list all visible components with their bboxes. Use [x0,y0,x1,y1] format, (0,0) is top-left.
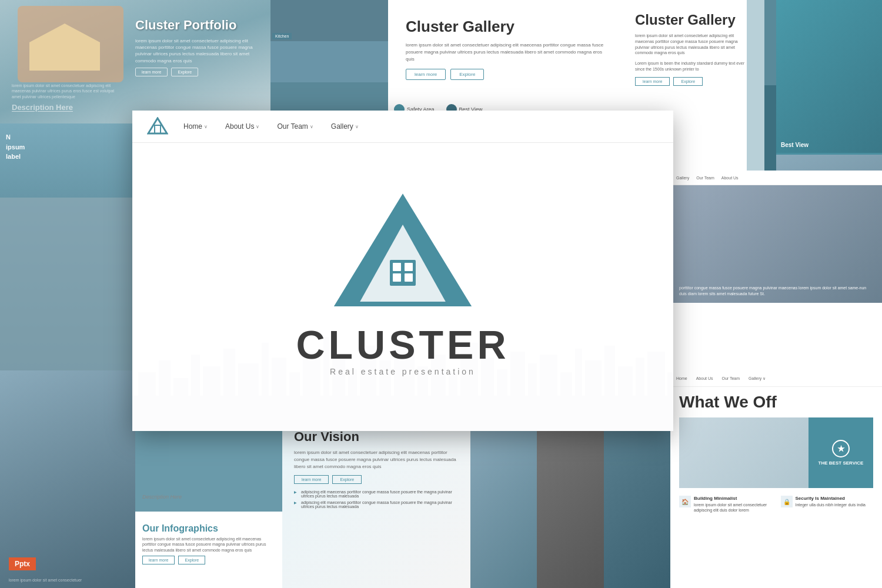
far-right-photo1: Best View [776,0,882,153]
feature-building-text: Building Minimalist lorem ipsum dolor si… [694,496,772,513]
gallery1-photo1-label: Kitchen [272,33,292,39]
main-presentation-card: Home ∨ About Us ∨ Our Team ∨ Gallery ∨ [132,111,673,431]
nav-about-label: About Us [225,122,254,131]
vision-explore-button[interactable]: Explore [332,475,362,484]
logo-icon [147,117,168,138]
security-icon: 🔒 [781,496,793,507]
gallery1-explore-button[interactable]: Explore [450,69,484,80]
feature-security: 🔒 Security Is Maintained Integer ulla du… [781,496,874,513]
slide-portfolio-title: Cluster Portfolio [135,18,259,33]
svg-rect-14 [173,378,188,431]
slide-right-mid: Gallery Our Team About Us porttitor cong… [670,171,882,370]
portfolio-learn-button[interactable]: learn more [135,68,168,76]
left-mid-label: Nipsumlabel [6,132,25,162]
svg-rect-37 [540,355,557,431]
portfolio-explore-button[interactable]: Explore [171,68,198,76]
svg-rect-29 [417,366,428,431]
svg-rect-9 [393,273,401,282]
svg-rect-40 [585,360,602,431]
slide-our-vision: Our Vision lorem ipsum dolor sit amet co… [282,417,470,588]
nav-logo [147,117,166,136]
gallery1-learn-button[interactable]: learn more [406,69,446,80]
vision-buttons: learn more Explore [294,475,459,484]
bottom-left-desc: lorem ipsum dolor sit amet consectetuer [9,578,82,582]
vision-list-item2: adipiscing elit maecenas porttitor congu… [294,500,459,509]
vision-list: adipiscing elit maecenas porttitor congu… [294,490,459,509]
feature-building-body: lorem ipsum dolor sit amet consectetuer … [694,502,772,513]
slide-portfolio: Cluster Portfolio lorem ipsum dolor sit … [0,0,270,123]
infographics-desc-label: Description Here [142,494,182,500]
right-mid-nav: Gallery Our Team About Us [670,171,882,185]
nav-bar: Home ∨ About Us ∨ Our Team ∨ Gallery ∨ [132,111,673,143]
what-we-offer-title: What We Off [670,387,882,415]
best-service-box: ★ THE BEST SERVICE [808,417,873,488]
pptx-badge: Pptx [9,557,36,570]
slide-gallery1-buttons: learn more Explore [406,69,606,80]
slide-left-mid: Nipsumlabel [0,123,135,370]
slide-portfolio-content: Cluster Portfolio lorem ipsum dolor sit … [135,18,259,76]
infographics-content-title: Our Infographics [142,523,275,534]
feature-security-title: Security Is Maintained [796,496,866,501]
vision-learn-button[interactable]: learn more [294,475,329,484]
rm-nav-about: About Us [721,176,739,180]
gallery2-explore-button[interactable]: Explore [673,77,703,86]
svg-rect-7 [393,263,401,271]
svg-rect-16 [203,366,220,431]
bottom-left-image: Pptx lorem ipsum dolor sit amet consecte… [0,370,135,588]
building-icon: 🏠 [679,496,691,507]
feature-security-body: Integer ulla duis nibh integer duis indi… [796,502,866,507]
bottom-photo3 [604,417,670,588]
slide-portfolio-buttons: learn more Explore [135,68,259,76]
slide-portfolio-desc-text: lorem ipsum dolor sit amet consectetuer … [12,83,118,100]
nav-home[interactable]: Home ∨ [183,122,208,131]
infographics-content: Our Infographics lorem ipsum dolor sit a… [135,517,282,570]
svg-rect-15 [191,355,200,431]
nav-about-chevron: ∨ [256,124,259,129]
vision-content: Our Vision lorem ipsum dolor sit amet co… [282,417,470,523]
main-logo-svg [326,192,479,322]
left-mid-image: Nipsumlabel [0,123,135,370]
slide-gallery1-title: Cluster Gallery [406,18,606,36]
gallery2-learn-button[interactable]: learn more [635,77,670,86]
svg-rect-8 [405,263,413,271]
main-content-area: CLUSTER Real estate presentation [132,143,673,431]
infographics-content-text: lorem ipsum dolor sit amet consectetuer … [142,536,275,553]
main-brand-subtitle: Real estate presentation [330,367,476,376]
vision-list-item1: adipiscing elit maecenas porttitor congu… [294,490,459,498]
feature-building: 🏠 Building Minimalist lorem ipsum dolor … [679,496,772,513]
nav-gallery[interactable]: Gallery ∨ [331,122,359,131]
svg-rect-18 [238,363,259,431]
main-brand-name: CLUSTER [296,325,509,365]
slide-gallery1-body: lorem ipsum dolor sit amet consectetuer … [406,42,606,63]
gallery2-extra-strip [747,0,764,171]
infographics-learn-button[interactable]: learn more [142,556,175,564]
team-text-overlay: porttitor congue massa fusce posuere mag… [679,285,873,297]
svg-rect-21 [289,372,300,431]
nav-about[interactable]: About Us ∨ [225,122,259,131]
svg-rect-35 [510,352,525,431]
vision-title: Our Vision [294,429,459,445]
slide-gallery2-body2: Lorem ipsum is been the industry standar… [635,61,753,72]
nav-ourteam-label: Our Team [277,122,308,131]
nav-ourteam[interactable]: Our Team ∨ [277,122,313,131]
svg-rect-19 [262,343,269,431]
slide-bottom-left: Pptx lorem ipsum dolor sit amet consecte… [0,370,135,588]
nav-gallery-chevron: ∨ [355,124,359,129]
slide-bottom-photos [470,417,670,588]
slide-what-we-offer: Home About Us Our Team Gallery ∨ What We… [670,370,882,588]
wwo-nav-gallery: Gallery ∨ [749,376,766,381]
svg-rect-12 [138,372,156,431]
svg-rect-45 [667,372,673,431]
what-we-offer-features: 🏠 Building Minimalist lorem ipsum dolor … [670,491,882,517]
infographics-explore-button[interactable]: Explore [178,556,205,564]
what-we-offer-image: ★ THE BEST SERVICE [679,417,873,488]
best-view-label: Best View [781,142,808,148]
svg-rect-13 [159,360,171,431]
infographics-buttons: learn more Explore [142,556,275,564]
rm-nav-ourteam: Our Team [696,176,714,180]
feature-building-title: Building Minimalist [694,496,772,501]
svg-rect-39 [575,349,582,431]
svg-rect-42 [618,366,633,431]
team-overlay-text: porttitor congue massa fusce posuere mag… [679,285,873,297]
service-star-icon: ★ [832,440,850,457]
